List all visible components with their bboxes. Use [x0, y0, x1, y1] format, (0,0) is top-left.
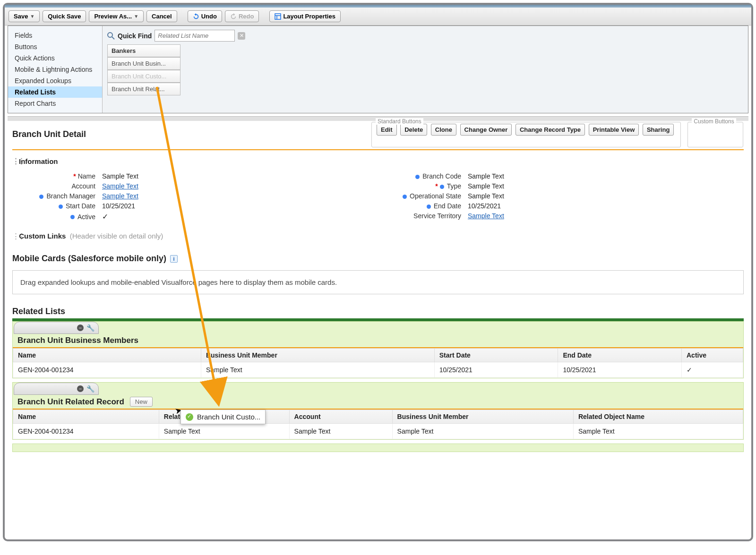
- related-list-dropzone[interactable]: [12, 444, 744, 452]
- palette-item-branch-unit-related[interactable]: Branch Unit Relat...: [107, 83, 180, 95]
- custom-field-icon: [39, 195, 43, 199]
- undo-icon: [193, 13, 199, 20]
- detail-section-title: Branch Unit Detail: [12, 129, 192, 139]
- svg-rect-0: [275, 14, 281, 19]
- new-button[interactable]: New: [130, 397, 153, 407]
- caret-down-icon: ▼: [30, 14, 34, 19]
- undo-label: Undo: [201, 13, 217, 20]
- col-active[interactable]: Active: [682, 349, 743, 362]
- cell-name: GEN-2004-001234: [13, 362, 201, 378]
- start-date-label: Start Date: [66, 202, 95, 210]
- related-list-block: − 🔧 Branch Unit Related Record New Name …: [12, 382, 744, 440]
- branch-code-value: Sample Text: [468, 172, 504, 180]
- operational-state-value: Sample Text: [468, 192, 504, 200]
- related-list-title: Branch Unit Related Record: [17, 397, 124, 407]
- information-heading: Information: [19, 157, 58, 165]
- change-record-type-button[interactable]: Change Record Type: [515, 124, 585, 136]
- custom-field-icon: [403, 195, 407, 199]
- cell-related-object: Sample Text: [573, 424, 743, 439]
- standard-buttons-legend: Standard Buttons: [376, 118, 423, 125]
- palette-tab-quick-actions[interactable]: Quick Actions: [8, 52, 102, 64]
- undo-button[interactable]: Undo: [188, 10, 222, 22]
- service-territory-label: Service Territory: [378, 212, 468, 220]
- end-date-label: End Date: [434, 202, 461, 210]
- redo-button[interactable]: Redo: [225, 10, 259, 22]
- palette-item-bankers[interactable]: Bankers: [107, 44, 180, 57]
- delete-button[interactable]: Delete: [400, 124, 427, 136]
- custom-links-hint: (Header visible on detail only): [70, 232, 163, 240]
- svg-point-3: [108, 33, 112, 37]
- col-related-object[interactable]: Related Object Name: [573, 410, 743, 424]
- palette-tab-buttons[interactable]: Buttons: [8, 41, 102, 52]
- remove-list-button[interactable]: −: [77, 324, 84, 331]
- mobile-cards-dropzone[interactable]: Drag expanded lookups and mobile-enabled…: [12, 270, 744, 294]
- change-owner-button[interactable]: Change Owner: [460, 124, 512, 136]
- type-value: Sample Text: [468, 182, 504, 190]
- related-list-title: Branch Unit Business Members: [17, 336, 138, 345]
- cell-bum: Sample Text: [392, 424, 573, 439]
- palette-tab-related-lists[interactable]: Related Lists: [8, 86, 102, 98]
- palette-tab-expanded-lookups[interactable]: Expanded Lookups: [8, 75, 102, 86]
- cell-end: 10/25/2021: [558, 362, 682, 378]
- required-icon: *: [435, 182, 438, 190]
- layout-props-label: Layout Properties: [283, 13, 335, 20]
- palette-item-branch-unit-business[interactable]: Branch Unit Busin...: [107, 57, 180, 70]
- account-value[interactable]: Sample Text: [102, 182, 138, 190]
- clone-button[interactable]: Clone: [431, 124, 456, 136]
- printable-view-button[interactable]: Printable View: [589, 124, 639, 136]
- cancel-button[interactable]: Cancel: [146, 10, 177, 22]
- custom-field-icon: [59, 205, 63, 209]
- col-end-date[interactable]: End Date: [558, 349, 682, 362]
- layout-properties-button[interactable]: Layout Properties: [269, 10, 341, 22]
- col-account[interactable]: Account: [289, 410, 392, 424]
- col-name[interactable]: Name: [13, 349, 201, 362]
- edit-button[interactable]: Edit: [377, 124, 397, 136]
- col-bum[interactable]: Business Unit Member: [392, 410, 573, 424]
- standard-buttons-group: Standard Buttons Edit Delete Clone Chang…: [371, 122, 681, 147]
- editor-toolbar: Save▼ Quick Save Preview As...▼ Cancel U…: [5, 8, 751, 26]
- related-lists-heading: Related Lists: [12, 307, 744, 316]
- drag-handle-icon[interactable]: ⋮⋮: [12, 232, 17, 240]
- name-value: Sample Text: [102, 172, 138, 180]
- sharing-button[interactable]: Sharing: [643, 124, 674, 136]
- type-label: Type: [447, 182, 461, 190]
- branch-manager-label: Branch Manager: [46, 192, 95, 200]
- search-icon: [107, 32, 115, 40]
- remove-list-button[interactable]: −: [77, 385, 84, 392]
- col-business-unit-member[interactable]: Business Unit Member: [201, 349, 434, 362]
- preview-as-button[interactable]: Preview As...▼: [89, 10, 144, 22]
- drag-ghost-label: Branch Unit Custo...: [197, 413, 260, 421]
- custom-field-icon: [427, 205, 431, 209]
- wrench-icon[interactable]: 🔧: [86, 324, 94, 332]
- palette-tab-report-charts[interactable]: Report Charts: [8, 98, 102, 109]
- table-row: GEN-2004-001234 Sample Text Sample Text …: [13, 424, 743, 439]
- save-label: Save: [14, 13, 28, 20]
- cell-related-record: Sample Text: [159, 424, 289, 439]
- cell-name: GEN-2004-001234: [13, 424, 159, 439]
- branch-code-label: Branch Code: [422, 172, 461, 180]
- cell-active: ✓: [682, 362, 743, 378]
- wrench-icon[interactable]: 🔧: [86, 385, 94, 393]
- palette-tab-mobile-actions[interactable]: Mobile & Lightning Actions: [8, 64, 102, 75]
- palette-item-branch-unit-customer[interactable]: Branch Unit Custo...: [107, 70, 180, 83]
- palette-categories: Fields Buttons Quick Actions Mobile & Li…: [8, 26, 103, 113]
- col-start-date[interactable]: Start Date: [434, 349, 558, 362]
- name-label: Name: [78, 172, 95, 180]
- clear-search-button[interactable]: ✕: [238, 32, 245, 40]
- branch-manager-value[interactable]: Sample Text: [102, 192, 138, 200]
- active-label: Active: [77, 213, 95, 221]
- col-name[interactable]: Name: [13, 410, 159, 424]
- drag-handle-icon[interactable]: ⋮⋮: [12, 157, 17, 165]
- quick-find-input[interactable]: [155, 30, 235, 42]
- related-list-table: Name Business Unit Member Start Date End…: [13, 348, 743, 378]
- save-button[interactable]: Save▼: [9, 10, 40, 22]
- custom-field-icon: [415, 175, 420, 179]
- info-icon[interactable]: i: [170, 255, 178, 263]
- start-date-value: 10/25/2021: [102, 202, 135, 210]
- service-territory-value[interactable]: Sample Text: [468, 212, 504, 220]
- svg-line-4: [112, 37, 114, 39]
- palette-tab-fields[interactable]: Fields: [8, 30, 102, 41]
- cell-start: 10/25/2021: [434, 362, 558, 378]
- ok-icon: [186, 413, 193, 421]
- quick-save-button[interactable]: Quick Save: [43, 10, 86, 22]
